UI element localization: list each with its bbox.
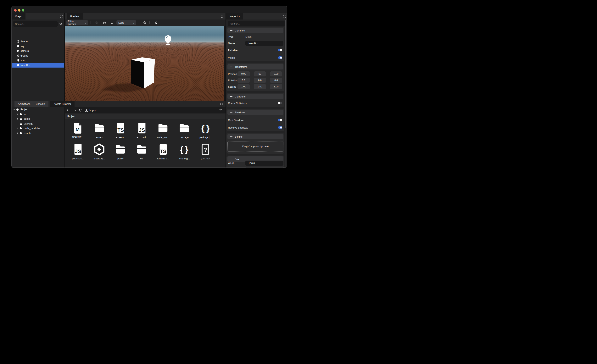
scaling-z-input[interactable]: 1.00 bbox=[270, 84, 282, 89]
position-z-input[interactable]: 0.00 bbox=[270, 71, 282, 77]
breadcrumb[interactable]: Project bbox=[65, 114, 226, 119]
chevron-right-icon[interactable] bbox=[17, 118, 19, 120]
chevron-right-icon[interactable] bbox=[17, 132, 19, 134]
preview-expand-icon[interactable] bbox=[221, 15, 224, 18]
asset-project-babylon[interactable]: project.bj... bbox=[90, 143, 109, 160]
globe-icon[interactable] bbox=[143, 21, 146, 24]
ts-file-icon bbox=[115, 122, 126, 134]
tree-item-sky[interactable]: sky bbox=[12, 44, 64, 49]
graph-filter-icon[interactable] bbox=[59, 22, 62, 25]
name-input[interactable]: New Box bbox=[245, 41, 283, 46]
inspector-scrollbar[interactable] bbox=[285, 20, 286, 167]
box-next-input-clipped[interactable] bbox=[245, 167, 283, 168]
chevron-down-icon[interactable] bbox=[13, 108, 15, 110]
position-x-input[interactable]: 0.00 bbox=[237, 71, 250, 77]
cube-icon bbox=[17, 45, 19, 47]
tree-item-package[interactable]: package bbox=[12, 121, 64, 126]
rotation-y-input[interactable]: 0.0 bbox=[254, 78, 266, 83]
folder-icon bbox=[19, 122, 22, 125]
back-arrow-icon[interactable] bbox=[67, 109, 70, 112]
position-y-input[interactable]: 50 bbox=[254, 71, 266, 77]
visible-toggle[interactable] bbox=[278, 56, 282, 59]
rotation-x-input[interactable]: 0.0 bbox=[237, 78, 250, 83]
scaling-y-input[interactable]: 1.00 bbox=[254, 84, 266, 89]
scaling-x-input[interactable]: 1.00 bbox=[237, 84, 250, 89]
tab-preview[interactable]: Preview bbox=[67, 13, 83, 19]
js-file-icon bbox=[72, 143, 84, 155]
import-button[interactable]: Import bbox=[85, 107, 96, 114]
json-braces-icon bbox=[178, 143, 190, 155]
tab-console[interactable]: Console bbox=[32, 101, 48, 107]
tree-item-sun[interactable]: sun bbox=[12, 58, 64, 63]
graph-expand-icon[interactable] bbox=[60, 15, 63, 18]
tree-item-assets[interactable]: assets bbox=[12, 131, 64, 136]
inspector-search-input[interactable] bbox=[228, 21, 286, 26]
asset-package-folder[interactable]: package bbox=[175, 122, 193, 139]
graph-search-input[interactable] bbox=[13, 21, 58, 27]
chevron-right-icon[interactable] bbox=[17, 113, 19, 115]
tree-item-camera[interactable]: camera bbox=[12, 49, 64, 54]
asset-package-json[interactable]: package.j... bbox=[196, 122, 215, 139]
section-scripts-header[interactable]: Scripts bbox=[228, 134, 283, 139]
tree-item-src[interactable]: src bbox=[12, 112, 64, 117]
check-collisions-toggle[interactable] bbox=[278, 102, 282, 104]
new-box-cube[interactable] bbox=[131, 57, 155, 89]
tree-item-node-modules[interactable]: node_modules bbox=[12, 126, 64, 131]
rotation-z-input[interactable]: 0.0 bbox=[270, 78, 282, 83]
tab-graph[interactable]: Graph bbox=[12, 13, 25, 19]
tree-item-public[interactable]: public bbox=[12, 116, 64, 121]
asset-tsconfig[interactable]: tsconfig.j... bbox=[175, 143, 193, 160]
bottom-expand-icon[interactable] bbox=[220, 102, 223, 105]
asset-readme[interactable]: README.... bbox=[69, 122, 87, 139]
render-settings-sliders-icon[interactable] bbox=[155, 21, 157, 24]
asset-node-modules[interactable]: node_mo... bbox=[154, 122, 172, 139]
section-transforms-header[interactable]: Transforms bbox=[228, 64, 283, 70]
asset-yarn-lock[interactable]: yarn.lock bbox=[196, 143, 215, 160]
light-bulb-gizmo[interactable] bbox=[165, 35, 172, 45]
box-width-label: Width bbox=[228, 162, 234, 165]
receive-shadows-toggle[interactable] bbox=[278, 126, 282, 129]
lightbulb-icon bbox=[17, 59, 19, 62]
asset-src-folder[interactable]: src bbox=[133, 143, 151, 160]
cast-shadows-toggle[interactable] bbox=[278, 119, 282, 121]
pickable-toggle[interactable] bbox=[278, 49, 282, 51]
script-dropzone[interactable]: Drag'n'drop a script here bbox=[228, 141, 283, 152]
box-width-input[interactable]: 100.0 bbox=[245, 161, 283, 166]
tree-item-new-box[interactable]: New Box bbox=[12, 63, 64, 68]
asset-assets-folder[interactable]: assets bbox=[90, 122, 109, 139]
asset-postcss-config[interactable]: postcss.c... bbox=[69, 143, 87, 160]
move-icon[interactable] bbox=[95, 21, 98, 24]
name-label: Name bbox=[228, 42, 235, 45]
assets-filter-sliders-icon[interactable] bbox=[219, 109, 222, 112]
refresh-icon[interactable] bbox=[79, 109, 82, 112]
graph-panel: Scene sky camera ground sun New Box bbox=[12, 19, 64, 101]
tab-inspector[interactable]: Inspector bbox=[226, 13, 243, 19]
folder-icon bbox=[136, 143, 148, 155]
folder-icon bbox=[19, 132, 22, 134]
inspector-expand-icon[interactable] bbox=[283, 15, 286, 18]
asset-next-env[interactable]: next-env.... bbox=[111, 122, 130, 139]
forward-arrow-icon[interactable] bbox=[73, 109, 76, 112]
chevron-right-icon[interactable] bbox=[17, 127, 19, 129]
camera-mode-select[interactable]: Editor preview ⌃⌄ bbox=[66, 20, 88, 25]
transform-space-select[interactable]: Local ⌃⌄ bbox=[117, 20, 136, 25]
asset-tailwind-config[interactable]: tailwind.c... bbox=[154, 143, 172, 160]
tab-assets-browser[interactable]: Assets Browser bbox=[50, 101, 75, 107]
section-common-header[interactable]: Common bbox=[228, 28, 283, 33]
tree-item-scene[interactable]: Scene bbox=[12, 39, 64, 44]
zoom-button[interactable] bbox=[22, 9, 24, 12]
asset-next-config[interactable]: next.confi... bbox=[133, 122, 151, 139]
project-tree-pane: Project src public package node_modules … bbox=[12, 107, 64, 168]
titlebar bbox=[12, 6, 287, 13]
section-shadows-header[interactable]: Shadows bbox=[228, 110, 283, 115]
scale-icon[interactable] bbox=[110, 21, 114, 24]
minimize-button[interactable] bbox=[18, 9, 20, 12]
tab-animations[interactable]: Animations bbox=[15, 101, 34, 107]
close-button[interactable] bbox=[14, 9, 17, 12]
tree-item-ground[interactable]: ground bbox=[12, 53, 64, 58]
tree-item-project[interactable]: Project bbox=[12, 107, 64, 112]
rotate-icon[interactable] bbox=[103, 21, 106, 24]
viewport-3d[interactable] bbox=[64, 26, 224, 101]
section-collisions-header[interactable]: Collisions bbox=[228, 94, 283, 99]
asset-public-folder[interactable]: public bbox=[111, 143, 130, 160]
